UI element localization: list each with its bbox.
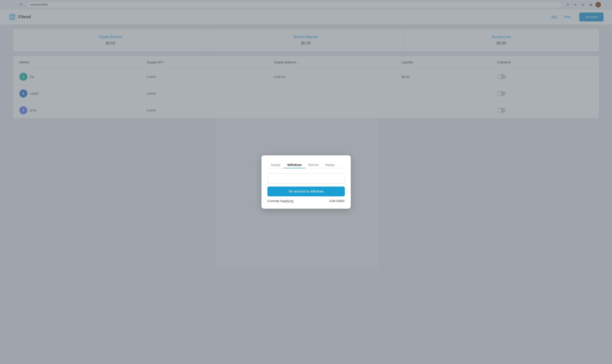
tab-repay[interactable]: Repay <box>322 161 338 168</box>
currently-supplying-label: Currently Supplying <box>267 199 293 203</box>
app-container: Filend App Vote Account Supply Balance $… <box>0 9 612 364</box>
tab-withdraw[interactable]: Withdraw <box>284 161 305 168</box>
tab-borrow[interactable]: Borrow <box>305 161 322 168</box>
currently-supplying-value: 0.00 USDC <box>330 199 345 203</box>
modal-info: Currently Supplying 0.00 USDC <box>267 199 345 203</box>
amount-input[interactable] <box>267 173 345 183</box>
modal-dialog: Supply Withdraw Borrow Repay No amount t… <box>262 155 351 209</box>
modal-overlay[interactable]: Supply Withdraw Borrow Repay No amount t… <box>0 0 612 364</box>
modal-tabs: Supply Withdraw Borrow Repay <box>267 161 345 168</box>
tab-supply[interactable]: Supply <box>267 161 284 168</box>
withdraw-button[interactable]: No amount to withdraw <box>267 187 345 196</box>
